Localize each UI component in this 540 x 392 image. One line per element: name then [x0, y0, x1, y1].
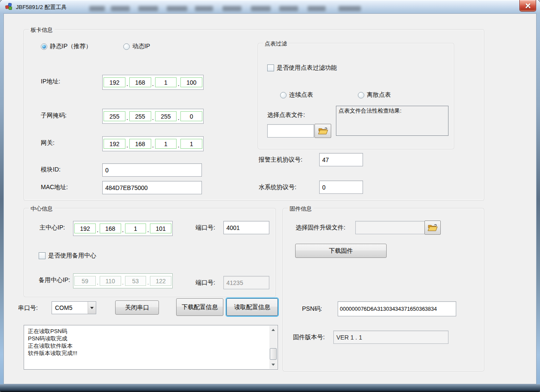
- module-id-input[interactable]: 0: [102, 163, 202, 177]
- ip-octet-field[interactable]: 1: [125, 224, 146, 233]
- arrow-down-icon[interactable]: [272, 364, 275, 366]
- chevron-down-icon: [90, 307, 94, 309]
- ip-dot: .: [146, 227, 150, 235]
- point-file-label: 选择点表文件:: [267, 111, 305, 119]
- radio-unchecked-icon: [123, 43, 130, 50]
- backup-center-ip-label: 备用中心IP:: [39, 276, 70, 284]
- download-config-button[interactable]: 下载配置信息: [176, 298, 223, 316]
- ip-octet-field[interactable]: 1: [155, 139, 177, 149]
- background-window-artifact: [167, 6, 187, 11]
- gateway-label: 网关:: [41, 139, 55, 147]
- gateway-input[interactable]: 192 . 168 . 1 . 1: [102, 136, 204, 151]
- main-center-ip-label: 主中心IP:: [40, 224, 65, 232]
- titlebar[interactable]: JBF5891/2 配置工具: [0, 0, 540, 14]
- dynamic-ip-radio[interactable]: 动态IP: [123, 43, 150, 50]
- point-file-check-result-box: 点表文件合法性检查结果:: [336, 106, 448, 136]
- ip-octet-field[interactable]: 1: [155, 77, 177, 87]
- backup-center-ip-input[interactable]: 59 . 110 . 53 . 122: [73, 273, 173, 288]
- ip-dot: .: [151, 142, 155, 150]
- background-window-artifact: [89, 6, 105, 11]
- serial-port-value: COM5: [55, 304, 72, 311]
- serial-port-label: 串口号:: [18, 304, 38, 312]
- ip-dot: .: [177, 80, 180, 89]
- window-frame-right: [537, 13, 540, 384]
- log-line: 正在读取PSN码: [24, 328, 278, 335]
- alarm-protocol-input[interactable]: 47: [319, 153, 363, 166]
- dynamic-ip-radio-label: 动态IP: [132, 43, 150, 50]
- use-backup-center-label: 是否使用备用中心: [48, 252, 96, 260]
- ip-octet-field[interactable]: 59: [74, 276, 96, 286]
- static-ip-radio-label: 静态IP（推荐）: [50, 43, 92, 50]
- ip-octet-field[interactable]: 101: [150, 224, 171, 233]
- psn-label: PSN码:: [302, 305, 322, 313]
- use-point-filter-label: 是否使用点表过滤功能: [277, 64, 337, 72]
- ip-octet-field[interactable]: 0: [180, 111, 202, 121]
- subnet-mask-input[interactable]: 255 . 255 . 255 . 0: [102, 109, 204, 124]
- ip-octet-field[interactable]: 168: [129, 77, 151, 87]
- background-window-artifact: [251, 6, 271, 11]
- firmware-version-label: 固件版本号:: [293, 334, 325, 341]
- main-port-input[interactable]: 4001: [223, 221, 269, 234]
- serial-port-select[interactable]: COM5: [52, 301, 96, 314]
- discrete-table-radio[interactable]: 离散点表: [358, 91, 391, 99]
- window-title: JBF5891/2 配置工具: [16, 3, 67, 11]
- scrollbar-thumb[interactable]: [270, 348, 277, 360]
- firmware-file-label: 选择固件升级文件:: [296, 224, 345, 232]
- ip-octet-field[interactable]: 192: [104, 77, 125, 87]
- backup-port-label: 端口号:: [195, 279, 215, 287]
- background-window-artifact: [308, 6, 326, 11]
- window-frame-bottom: [0, 384, 540, 392]
- water-protocol-label: 水系统协议号:: [259, 184, 296, 191]
- arrow-up-icon[interactable]: [272, 329, 275, 331]
- center-info-group-title: 中心信息: [29, 205, 55, 213]
- psn-value-field[interactable]: 000000076D6A31303434371650363834: [338, 301, 456, 316]
- ip-octet-field[interactable]: 255: [104, 111, 125, 121]
- module-id-label: 模块ID:: [41, 166, 61, 174]
- static-ip-radio[interactable]: 静态IP（推荐）: [41, 43, 92, 50]
- use-point-filter-checkbox[interactable]: 是否使用点表过滤功能: [267, 64, 337, 72]
- ip-octet-field[interactable]: 100: [180, 77, 202, 87]
- ip-dot: .: [177, 114, 180, 122]
- ip-octet-field[interactable]: 53: [125, 276, 146, 286]
- ip-octet-field[interactable]: 192: [104, 139, 125, 149]
- log-scrollbar[interactable]: [269, 326, 277, 369]
- ip-octet-field[interactable]: 255: [155, 111, 177, 121]
- backup-port-input[interactable]: 41235: [223, 276, 269, 289]
- log-output-area[interactable]: 正在读取PSN码 PSN码读取完成 正在读取软件版本 软件版本读取完成!!!: [24, 325, 278, 370]
- mac-address-label: MAC地址:: [41, 184, 68, 191]
- ip-octet-field[interactable]: 1: [180, 139, 202, 149]
- ip-octet-field[interactable]: 255: [129, 111, 151, 121]
- continuous-table-radio[interactable]: 连续点表: [280, 91, 313, 99]
- browse-firmware-file-button[interactable]: [424, 220, 441, 235]
- ip-address-input[interactable]: 192 . 168 . 1 . 100: [102, 75, 204, 90]
- mac-address-input[interactable]: 484D7EB75000: [102, 181, 202, 194]
- firmware-version-field[interactable]: VER 1 . 1: [333, 331, 448, 344]
- use-backup-center-checkbox[interactable]: 是否使用备用中心: [39, 252, 96, 260]
- ip-octet-field[interactable]: 122: [150, 276, 171, 286]
- main-port-label: 端口号:: [195, 224, 215, 232]
- ip-octet-field[interactable]: 110: [100, 276, 121, 286]
- background-window-artifact: [195, 6, 213, 11]
- ip-dot: .: [151, 114, 155, 122]
- download-firmware-button[interactable]: 下载固件: [295, 244, 387, 258]
- browse-point-file-button[interactable]: [314, 124, 331, 138]
- ip-dot: .: [146, 279, 150, 287]
- log-line: 正在读取软件版本: [24, 342, 278, 349]
- firmware-file-input[interactable]: [355, 221, 425, 234]
- read-config-button[interactable]: 读取配置信息: [226, 298, 278, 316]
- ip-dot: .: [96, 227, 100, 235]
- point-file-input[interactable]: [267, 124, 314, 138]
- point-file-check-result-label: 点表文件合法性检查结果:: [339, 107, 402, 114]
- window-frame-left: [0, 13, 3, 384]
- close-button[interactable]: [519, 0, 536, 12]
- combo-arrow-button[interactable]: [88, 302, 96, 314]
- ip-address-label: IP地址:: [41, 78, 60, 86]
- app-window: JBF5891/2 配置工具 板卡信息 静态IP（推荐） 动态IP IP地址: …: [0, 0, 540, 392]
- ip-octet-field[interactable]: 168: [100, 224, 121, 233]
- ip-octet-field[interactable]: 168: [129, 139, 151, 149]
- main-center-ip-input[interactable]: 192 . 168 . 1 . 101: [73, 221, 173, 236]
- close-serial-button[interactable]: 关闭串口: [115, 300, 159, 315]
- water-protocol-input[interactable]: 0: [319, 181, 363, 194]
- ip-dot: .: [125, 114, 129, 122]
- ip-octet-field[interactable]: 192: [74, 224, 96, 233]
